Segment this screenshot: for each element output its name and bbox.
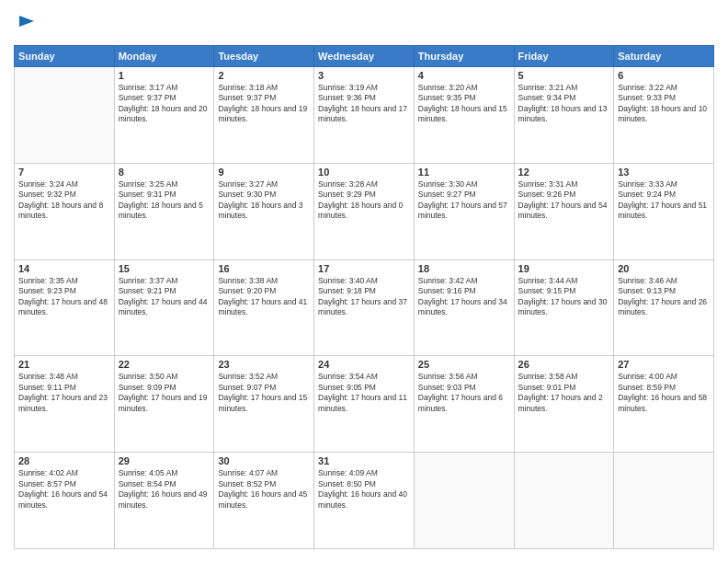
day-number: 21 bbox=[18, 359, 110, 370]
logo bbox=[14, 14, 38, 36]
day-number: 14 bbox=[18, 263, 110, 274]
header bbox=[14, 14, 714, 36]
calendar-week-5: 28Sunrise: 4:02 AMSunset: 8:57 PMDayligh… bbox=[15, 453, 714, 549]
calendar-cell: 25Sunrise: 3:56 AMSunset: 9:03 PMDayligh… bbox=[414, 356, 514, 453]
cell-sun-info: Sunrise: 3:56 AMSunset: 9:03 PMDaylight:… bbox=[418, 372, 510, 414]
calendar-header-row: SundayMondayTuesdayWednesdayThursdayFrid… bbox=[15, 46, 714, 67]
calendar-cell: 9Sunrise: 3:27 AMSunset: 9:30 PMDaylight… bbox=[214, 163, 314, 259]
cell-sun-info: Sunrise: 3:33 AMSunset: 9:24 PMDaylight:… bbox=[618, 179, 710, 222]
calendar-cell: 23Sunrise: 3:52 AMSunset: 9:07 PMDayligh… bbox=[214, 356, 314, 453]
day-number: 12 bbox=[518, 167, 610, 178]
calendar-week-4: 21Sunrise: 3:48 AMSunset: 9:11 PMDayligh… bbox=[15, 356, 714, 453]
calendar-cell: 13Sunrise: 3:33 AMSunset: 9:24 PMDayligh… bbox=[614, 163, 714, 259]
calendar-cell: 12Sunrise: 3:31 AMSunset: 9:26 PMDayligh… bbox=[514, 163, 614, 259]
calendar-week-1: 1Sunrise: 3:17 AMSunset: 9:37 PMDaylight… bbox=[15, 67, 714, 164]
cell-sun-info: Sunrise: 3:19 AMSunset: 9:36 PMDaylight:… bbox=[318, 83, 410, 125]
day-header-monday: Monday bbox=[114, 46, 214, 67]
calendar-cell: 24Sunrise: 3:54 AMSunset: 9:05 PMDayligh… bbox=[314, 356, 415, 453]
cell-sun-info: Sunrise: 3:46 AMSunset: 9:13 PMDaylight:… bbox=[618, 276, 710, 318]
cell-sun-info: Sunrise: 3:18 AMSunset: 9:37 PMDaylight:… bbox=[218, 83, 310, 125]
calendar-table: SundayMondayTuesdayWednesdayThursdayFrid… bbox=[14, 45, 714, 549]
calendar-cell: 19Sunrise: 3:44 AMSunset: 9:15 PMDayligh… bbox=[514, 259, 614, 356]
cell-sun-info: Sunrise: 3:48 AMSunset: 9:11 PMDaylight:… bbox=[18, 372, 110, 414]
cell-sun-info: Sunrise: 4:00 AMSunset: 8:59 PMDaylight:… bbox=[618, 372, 710, 414]
cell-sun-info: Sunrise: 4:07 AMSunset: 8:52 PMDaylight:… bbox=[218, 468, 310, 511]
day-number: 3 bbox=[318, 70, 410, 81]
cell-sun-info: Sunrise: 3:24 AMSunset: 9:32 PMDaylight:… bbox=[18, 179, 110, 222]
day-header-sunday: Sunday bbox=[15, 46, 115, 67]
cell-sun-info: Sunrise: 3:22 AMSunset: 9:33 PMDaylight:… bbox=[618, 83, 710, 125]
day-number: 31 bbox=[318, 455, 410, 466]
day-number: 4 bbox=[418, 70, 510, 81]
calendar-cell: 1Sunrise: 3:17 AMSunset: 9:37 PMDaylight… bbox=[114, 67, 214, 164]
day-number: 19 bbox=[518, 263, 610, 274]
day-number: 30 bbox=[218, 455, 310, 466]
calendar-cell: 7Sunrise: 3:24 AMSunset: 9:32 PMDaylight… bbox=[15, 163, 115, 259]
cell-sun-info: Sunrise: 3:17 AMSunset: 9:37 PMDaylight:… bbox=[119, 83, 210, 125]
day-number: 5 bbox=[518, 70, 610, 81]
cell-sun-info: Sunrise: 3:44 AMSunset: 9:15 PMDaylight:… bbox=[518, 276, 610, 318]
day-number: 27 bbox=[618, 359, 710, 370]
day-header-tuesday: Tuesday bbox=[214, 46, 314, 67]
cell-sun-info: Sunrise: 4:02 AMSunset: 8:57 PMDaylight:… bbox=[18, 468, 110, 511]
day-number: 25 bbox=[418, 359, 510, 370]
day-number: 17 bbox=[318, 263, 410, 274]
day-number: 28 bbox=[18, 455, 110, 466]
cell-sun-info: Sunrise: 3:58 AMSunset: 9:01 PMDaylight:… bbox=[518, 372, 610, 414]
cell-sun-info: Sunrise: 3:54 AMSunset: 9:05 PMDaylight:… bbox=[318, 372, 410, 414]
cell-sun-info: Sunrise: 4:09 AMSunset: 8:50 PMDaylight:… bbox=[318, 468, 410, 511]
calendar-cell: 4Sunrise: 3:20 AMSunset: 9:35 PMDaylight… bbox=[414, 67, 514, 164]
calendar-cell: 30Sunrise: 4:07 AMSunset: 8:52 PMDayligh… bbox=[214, 453, 314, 549]
calendar-cell: 17Sunrise: 3:40 AMSunset: 9:18 PMDayligh… bbox=[314, 259, 415, 356]
calendar-cell: 2Sunrise: 3:18 AMSunset: 9:37 PMDaylight… bbox=[214, 67, 314, 164]
cell-sun-info: Sunrise: 3:52 AMSunset: 9:07 PMDaylight:… bbox=[218, 372, 310, 414]
page: SundayMondayTuesdayWednesdayThursdayFrid… bbox=[0, 0, 728, 563]
day-number: 16 bbox=[218, 263, 310, 274]
day-header-saturday: Saturday bbox=[614, 46, 714, 67]
day-number: 7 bbox=[18, 167, 110, 178]
calendar-cell: 22Sunrise: 3:50 AMSunset: 9:09 PMDayligh… bbox=[114, 356, 214, 453]
calendar-cell: 18Sunrise: 3:42 AMSunset: 9:16 PMDayligh… bbox=[414, 259, 514, 356]
day-number: 8 bbox=[119, 167, 210, 178]
calendar-cell: 27Sunrise: 4:00 AMSunset: 8:59 PMDayligh… bbox=[614, 356, 714, 453]
calendar-cell: 6Sunrise: 3:22 AMSunset: 9:33 PMDaylight… bbox=[614, 67, 714, 164]
day-number: 1 bbox=[119, 70, 210, 81]
cell-sun-info: Sunrise: 3:35 AMSunset: 9:23 PMDaylight:… bbox=[18, 276, 110, 318]
cell-sun-info: Sunrise: 3:31 AMSunset: 9:26 PMDaylight:… bbox=[518, 179, 610, 222]
calendar-cell: 26Sunrise: 3:58 AMSunset: 9:01 PMDayligh… bbox=[514, 356, 614, 453]
calendar-cell bbox=[15, 67, 115, 164]
calendar-cell: 10Sunrise: 3:28 AMSunset: 9:29 PMDayligh… bbox=[314, 163, 415, 259]
cell-sun-info: Sunrise: 3:25 AMSunset: 9:31 PMDaylight:… bbox=[119, 179, 210, 222]
cell-sun-info: Sunrise: 3:40 AMSunset: 9:18 PMDaylight:… bbox=[318, 276, 410, 318]
cell-sun-info: Sunrise: 3:20 AMSunset: 9:35 PMDaylight:… bbox=[418, 83, 510, 125]
logo-flag-icon bbox=[16, 14, 38, 36]
calendar-cell: 14Sunrise: 3:35 AMSunset: 9:23 PMDayligh… bbox=[15, 259, 115, 356]
day-number: 22 bbox=[119, 359, 210, 370]
calendar-cell bbox=[614, 453, 714, 549]
calendar-week-3: 14Sunrise: 3:35 AMSunset: 9:23 PMDayligh… bbox=[15, 259, 714, 356]
calendar-cell bbox=[514, 453, 614, 549]
day-number: 18 bbox=[418, 263, 510, 274]
day-header-wednesday: Wednesday bbox=[314, 46, 415, 67]
day-number: 6 bbox=[618, 70, 710, 81]
calendar-cell: 15Sunrise: 3:37 AMSunset: 9:21 PMDayligh… bbox=[114, 259, 214, 356]
calendar-cell: 31Sunrise: 4:09 AMSunset: 8:50 PMDayligh… bbox=[314, 453, 415, 549]
svg-marker-0 bbox=[19, 16, 34, 27]
calendar-cell: 28Sunrise: 4:02 AMSunset: 8:57 PMDayligh… bbox=[15, 453, 115, 549]
day-header-friday: Friday bbox=[514, 46, 614, 67]
calendar-cell: 5Sunrise: 3:21 AMSunset: 9:34 PMDaylight… bbox=[514, 67, 614, 164]
calendar-cell: 20Sunrise: 3:46 AMSunset: 9:13 PMDayligh… bbox=[614, 259, 714, 356]
cell-sun-info: Sunrise: 3:30 AMSunset: 9:27 PMDaylight:… bbox=[418, 179, 510, 222]
calendar-cell: 29Sunrise: 4:05 AMSunset: 8:54 PMDayligh… bbox=[114, 453, 214, 549]
day-number: 13 bbox=[618, 167, 710, 178]
day-number: 24 bbox=[318, 359, 410, 370]
day-header-thursday: Thursday bbox=[414, 46, 514, 67]
day-number: 11 bbox=[418, 167, 510, 178]
day-number: 29 bbox=[119, 455, 210, 466]
day-number: 15 bbox=[119, 263, 210, 274]
day-number: 23 bbox=[218, 359, 310, 370]
day-number: 10 bbox=[318, 167, 410, 178]
cell-sun-info: Sunrise: 3:38 AMSunset: 9:20 PMDaylight:… bbox=[218, 276, 310, 318]
calendar-cell: 8Sunrise: 3:25 AMSunset: 9:31 PMDaylight… bbox=[114, 163, 214, 259]
calendar-cell: 3Sunrise: 3:19 AMSunset: 9:36 PMDaylight… bbox=[314, 67, 415, 164]
